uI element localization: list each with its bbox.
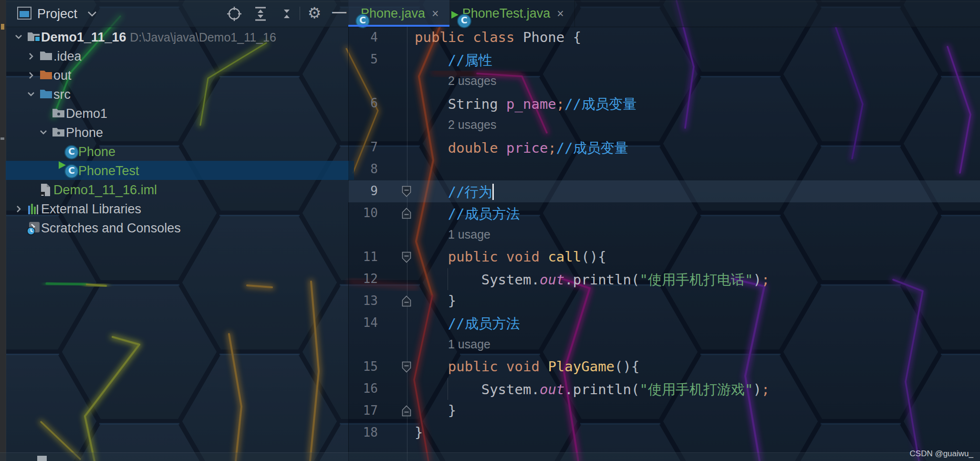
- project-panel-title[interactable]: Project: [37, 7, 77, 21]
- code-text[interactable]: public void PlayGame(){: [415, 358, 639, 375]
- editor-rows[interactable]: 4public class Phone {5 //属性2 usages6 Str…: [348, 27, 980, 444]
- code-text[interactable]: //成员方法: [415, 314, 520, 334]
- usage-inlay-row[interactable]: 2 usages: [348, 71, 980, 93]
- code-text[interactable]: }: [415, 424, 423, 440]
- chevron-right-icon[interactable]: [27, 71, 35, 80]
- line-number: 4: [348, 30, 378, 44]
- code-text[interactable]: //属性: [415, 51, 492, 70]
- fold-marker-end[interactable]: [402, 208, 411, 221]
- folder-excluded-icon: [39, 68, 53, 83]
- editor-pane[interactable]: CPhone.java×CPhoneTest.java× 4public cla…: [348, 0, 980, 461]
- code-line-9[interactable]: 9 //行为: [348, 180, 980, 202]
- tree-item-phone[interactable]: CPhone: [6, 142, 354, 161]
- fold-marker-end[interactable]: [402, 295, 411, 309]
- tree-item-label: External Libraries: [41, 202, 141, 217]
- chevron-right-icon[interactable]: [14, 205, 23, 213]
- code-text[interactable]: }: [415, 402, 456, 419]
- code-line-18[interactable]: 18}: [348, 422, 980, 444]
- tree-item-scratches-and-consoles[interactable]: Scratches and Consoles: [6, 218, 354, 237]
- locate-icon[interactable]: [226, 6, 242, 21]
- tree-item-label: PhoneTest: [78, 164, 139, 178]
- usage-inlay-row[interactable]: 2 usages: [348, 115, 980, 136]
- usages-hint[interactable]: 2 usages: [448, 74, 496, 88]
- tab-phone-java[interactable]: CPhone.java×: [348, 0, 450, 27]
- stripe-icon[interactable]: [0, 137, 4, 140]
- usage-inlay-row[interactable]: 1 usage: [348, 224, 980, 246]
- tab-phonetest-java[interactable]: CPhoneTest.java×: [450, 0, 575, 27]
- fold-marker-start[interactable]: [402, 361, 411, 375]
- chevron-down-icon[interactable]: [14, 33, 23, 42]
- tree-item-phone[interactable]: Phone: [6, 123, 354, 142]
- code-line-5[interactable]: 5 //属性: [348, 49, 980, 71]
- tree-item--idea[interactable]: .idea: [6, 46, 354, 65]
- line-number: 13: [348, 293, 378, 308]
- code-text[interactable]: System.out.println("使用手机打电话");: [415, 271, 770, 290]
- line-number: 7: [348, 140, 378, 154]
- tree-item-external-libraries[interactable]: External Libraries: [6, 199, 354, 218]
- tree-item-label: src: [53, 87, 71, 102]
- tree-item-src[interactable]: src: [6, 84, 354, 104]
- project-tool-window-icon: [17, 7, 31, 20]
- tree-item-phonetest[interactable]: CPhoneTest: [6, 161, 354, 180]
- code-line-8[interactable]: 8: [348, 158, 980, 180]
- line-number: 18: [348, 425, 378, 440]
- settings-gear-icon[interactable]: ⚙: [306, 6, 323, 21]
- stripe-icon[interactable]: [1, 24, 4, 30]
- code-line-11[interactable]: 11 public void call(){: [348, 246, 980, 268]
- chevron-down-icon[interactable]: [87, 10, 103, 26]
- module-file-icon: [39, 183, 52, 199]
- usage-inlay-row[interactable]: 1 usage: [348, 334, 980, 356]
- code-line-7[interactable]: 7 double price;//成员变量: [348, 136, 980, 158]
- close-icon[interactable]: ×: [557, 7, 564, 21]
- project-panel: Project ⚙ — Demo1_11_16 D:\Java\java\Dem…: [6, 0, 349, 461]
- close-icon[interactable]: ×: [432, 7, 439, 21]
- chevron-down-icon[interactable]: [27, 90, 35, 99]
- tree-item-label: Demo1_11_16.iml: [53, 183, 157, 198]
- tree-item-label: out: [53, 68, 72, 83]
- fold-marker-end[interactable]: [402, 405, 411, 419]
- chevron-right-icon[interactable]: [27, 52, 35, 61]
- collapse-all-icon[interactable]: [279, 6, 295, 21]
- code-text[interactable]: public void call(){: [415, 249, 606, 265]
- tree-item-path: D:\Java\java\Demo1_11_16: [130, 31, 276, 44]
- fold-marker-start[interactable]: [402, 186, 411, 199]
- text-caret: [492, 184, 494, 200]
- code-line-4[interactable]: 4public class Phone {: [348, 27, 980, 49]
- code-text[interactable]: double price;//成员变量: [415, 139, 628, 158]
- code-text[interactable]: }: [415, 293, 456, 309]
- code-line-16[interactable]: 16 System.out.println("使用手机打游戏");: [348, 378, 980, 400]
- tree-item-label: .idea: [53, 49, 82, 64]
- code-text[interactable]: //成员方法: [415, 205, 520, 224]
- tree-item-demo1[interactable]: Demo1: [6, 104, 354, 123]
- line-number: 5: [348, 52, 378, 66]
- hide-panel-icon[interactable]: —: [331, 6, 347, 21]
- code-line-17[interactable]: 17 }: [348, 400, 980, 422]
- tree-item-demo1-11-16[interactable]: Demo1_11_16 D:\Java\java\Demo1_11_16: [6, 27, 354, 46]
- code-line-10[interactable]: 10 //成员方法: [348, 202, 980, 224]
- code-line-6[interactable]: 6 String p_name;//成员变量: [348, 93, 980, 115]
- project-tree: Demo1_11_16 D:\Java\java\Demo1_11_16.ide…: [6, 27, 348, 237]
- line-number: 14: [348, 315, 378, 330]
- tree-item-label: Phone: [78, 145, 115, 159]
- package-icon: [52, 126, 66, 140]
- usages-hint[interactable]: 2 usages: [448, 118, 496, 132]
- code-line-13[interactable]: 13 }: [348, 290, 980, 312]
- project-toolbar: Project ⚙ —: [6, 0, 348, 27]
- folder-src-icon: [39, 87, 53, 102]
- usages-hint[interactable]: 1 usage: [448, 228, 490, 241]
- fold-marker-start[interactable]: [402, 251, 411, 265]
- expand-all-icon[interactable]: [252, 6, 269, 21]
- code-line-14[interactable]: 14 //成员方法: [348, 312, 980, 334]
- tree-item-out[interactable]: out: [6, 65, 354, 84]
- chevron-down-icon[interactable]: [39, 128, 48, 137]
- tree-item-label: Scratches and Consoles: [41, 221, 181, 236]
- code-line-12[interactable]: 12 System.out.println("使用手机打电话");: [348, 268, 980, 290]
- code-line-15[interactable]: 15 public void PlayGame(){: [348, 356, 980, 378]
- scratches-icon: [27, 221, 41, 237]
- code-text[interactable]: System.out.println("使用手机打游戏");: [415, 380, 770, 399]
- tree-item-demo1-11-16-iml[interactable]: Demo1_11_16.iml: [6, 180, 354, 199]
- code-text[interactable]: //行为: [415, 183, 494, 202]
- usages-hint[interactable]: 1 usage: [448, 337, 490, 351]
- code-text[interactable]: public class Phone {: [415, 29, 581, 45]
- code-text[interactable]: String p_name;//成员变量: [415, 95, 636, 114]
